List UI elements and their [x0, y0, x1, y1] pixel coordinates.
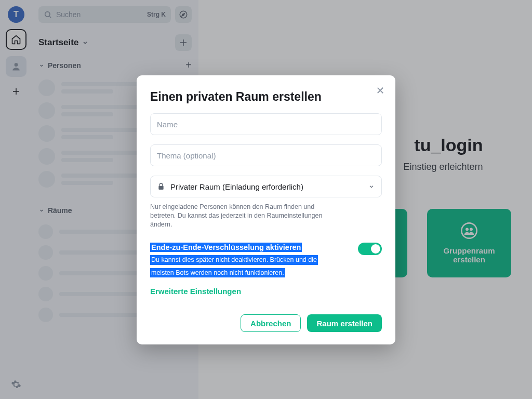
svg-rect-6 [158, 186, 163, 190]
e2e-title: Ende-zu-Ende-Verschlüsselung aktivieren [150, 243, 302, 252]
lock-icon [157, 182, 165, 191]
close-button[interactable] [376, 86, 385, 95]
room-privacy-value: Privater Raum (Einladung erforderlich) [170, 182, 303, 191]
create-room-dialog: Einen privaten Raum erstellen Privater R… [137, 75, 395, 344]
modal-backdrop[interactable]: Einen privaten Raum erstellen Privater R… [0, 0, 532, 399]
advanced-settings-toggle[interactable]: Erweiterte Einstellungen [150, 287, 382, 296]
dialog-title: Einen privaten Raum erstellen [150, 90, 382, 104]
e2e-subtext: Du kannst dies später nicht deaktivieren… [150, 255, 318, 265]
chevron-down-icon [368, 183, 375, 190]
privacy-help-text: Nur eingeladene Personen können den Raum… [150, 203, 337, 229]
cancel-button[interactable]: Abbrechen [241, 314, 301, 332]
e2e-subtext: meisten Bots werden noch nicht funktioni… [150, 268, 285, 278]
room-privacy-select[interactable]: Privater Raum (Einladung erforderlich) [150, 176, 382, 197]
create-room-button[interactable]: Raum erstellen [307, 314, 382, 332]
close-icon [376, 86, 385, 95]
e2e-toggle[interactable] [358, 243, 382, 255]
room-topic-input[interactable] [150, 144, 382, 166]
room-name-input[interactable] [150, 113, 382, 135]
